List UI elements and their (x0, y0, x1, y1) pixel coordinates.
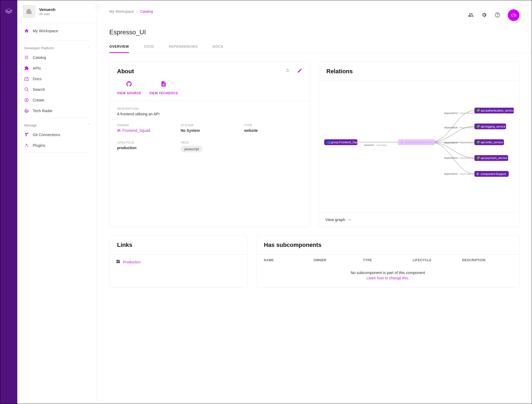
tab-cicd[interactable]: CI/CD (144, 41, 154, 53)
app-logo-icon (5, 8, 13, 16)
group-icon (117, 128, 121, 133)
user-avatar[interactable]: CS (508, 9, 519, 21)
sidebar-item-my-workspace[interactable]: My Workspace (17, 26, 97, 36)
org-avatar-icon (23, 5, 35, 18)
chevron-up-icon: ˄ (88, 124, 90, 127)
app-rail (0, 0, 17, 404)
sidebar-item-catalog[interactable]: Catalog (17, 52, 97, 63)
lifecycle-label: LIFECYCLE (117, 141, 175, 144)
plus-circle-icon (24, 98, 29, 103)
svg-text:api:order_service: api:order_service (481, 141, 503, 144)
sidebar-item-label: Create (33, 98, 44, 102)
svg-text:api:payment_service: api:payment_service (481, 156, 507, 160)
settings-icon[interactable] (481, 12, 487, 19)
svg-text:dependsOn / dependencyOf: dependsOn / dependencyOf (444, 172, 477, 175)
sidebar-item-label: APIs (33, 66, 41, 70)
docs-icon (24, 76, 29, 81)
git-icon (24, 132, 29, 137)
description-value: A frontend utilising an API (117, 112, 302, 116)
arrow-right-icon: → (347, 217, 351, 222)
svg-text:api:authentication_service: api:authentication_service (481, 109, 514, 112)
relations-node-main: ⚙ component:Espresso_UI (398, 139, 436, 145)
breadcrumb-root[interactable]: My Workspace (109, 9, 134, 14)
sidebar-item-apis[interactable]: APIs (17, 63, 97, 74)
subcomponents-card: Has subcomponents NAME OWNER TYPE LIFECY… (256, 235, 519, 287)
tab-dependencies[interactable]: DEPENDENCIES (169, 41, 198, 53)
people-icon[interactable] (468, 12, 474, 19)
edit-icon[interactable] (297, 68, 302, 75)
radar-icon (24, 108, 29, 113)
tags-label: TAGS (181, 141, 239, 144)
sidebar-item-search[interactable]: Search (17, 84, 97, 95)
sidebar-item-git-connections[interactable]: Git Connections (17, 129, 97, 140)
svg-point-0 (25, 56, 26, 57)
subcomponents-learn-link[interactable]: Learn how to change this. (256, 276, 519, 280)
tag-pill[interactable]: javascript (181, 146, 203, 152)
search-icon (24, 87, 29, 92)
chevron-up-icon: ˄ (88, 46, 90, 50)
main-content: My Workspace | Catalog CS Espresso_UI OV… (97, 0, 532, 404)
relations-card: Relations ownerOf / ownedBy (319, 62, 519, 227)
sparkle-icon (24, 143, 29, 148)
subcomponents-columns: NAME OWNER TYPE LIFECYCLE DESCRIPTION (256, 254, 519, 266)
tab-overview[interactable]: OVERVIEW (109, 41, 129, 53)
help-icon[interactable] (494, 12, 500, 19)
puzzle-icon (24, 66, 29, 71)
sidebar-item-docs[interactable]: Docs (17, 74, 97, 84)
svg-point-1 (25, 57, 26, 58)
description-label: DESCRIPTION (117, 107, 302, 110)
svg-text:dependsOn / dependencyOf: dependsOn / dependencyOf (444, 156, 477, 159)
svg-text:component:Espresso_UI: component:Espresso_UI (404, 141, 436, 144)
page-title: Espresso_UI (97, 21, 532, 41)
dashboard-icon (116, 259, 120, 264)
sidebar-item-label: My Workspace (33, 29, 58, 33)
svg-text:dependsOn / dependencyOf: dependsOn / dependencyOf (444, 126, 477, 129)
relations-title: Relations (326, 68, 353, 75)
view-source-button[interactable]: VIEW SOURCE (117, 81, 141, 96)
relations-node-dep: 🧩 api:logging_service (475, 124, 506, 129)
system-label: SYSTEM (181, 124, 239, 127)
org-subtitle: 45 user (39, 12, 56, 16)
about-card: About VIEW SOURCE VIEW TE (109, 62, 310, 227)
view-techdocs-button[interactable]: VIEW TECHDOCS (149, 81, 178, 96)
relations-node-dep: ⚙ component:Support (475, 171, 509, 177)
org-name: Venuesh (39, 7, 56, 12)
sidebar-item-label: Tech Radar (33, 109, 52, 113)
sidebar-section-developer-platform[interactable]: Developer Platform ˄ (17, 42, 97, 52)
svg-text:component:Support: component:Support (481, 172, 506, 176)
system-value: No System (181, 128, 239, 133)
sidebar-item-create[interactable]: Create (17, 95, 97, 105)
relations-node-dep: 🧩 api:payment_service (475, 155, 508, 161)
svg-text:dependsOn / dependencyOf: dependsOn / dependencyOf (444, 112, 477, 115)
link-item-production[interactable]: Production (116, 259, 241, 264)
org-header: Venuesh 45 user (17, 0, 97, 23)
breadcrumb-current[interactable]: Catalog (140, 9, 153, 14)
catalog-icon (24, 55, 29, 60)
type-label: TYPE (244, 124, 302, 127)
sidebar-collapse-button[interactable]: ‹ (94, 4, 99, 9)
sidebar-item-label: Docs (33, 77, 41, 81)
sidebar-section-manage[interactable]: Manage ˄ (17, 120, 97, 129)
sidebar-item-tech-radar[interactable]: Tech Radar (17, 105, 97, 116)
tabs: OVERVIEW CI/CD DEPENDENCIES DOCS (97, 41, 532, 53)
sidebar-item-label: Catalog (33, 55, 46, 60)
subcomponents-empty-message: No subcomponent is part of this componen… (256, 271, 519, 275)
svg-text:api:logging_service: api:logging_service (481, 125, 505, 128)
sidebar-item-plugins[interactable]: Plugins (17, 140, 97, 151)
view-graph-link[interactable]: View graph → (319, 212, 519, 227)
refresh-icon[interactable] (285, 68, 290, 75)
file-icon (160, 81, 167, 89)
svg-text:🧩: 🧩 (476, 109, 480, 112)
relations-graph[interactable]: ownerOf / ownedBy dependsOn / dependency… (319, 81, 519, 203)
links-card: Links Production (109, 235, 248, 287)
owner-link[interactable]: Frontend_Squad (117, 128, 150, 133)
about-title: About (117, 68, 134, 75)
relations-node-owner: 👥 group:Frontend_Squad (324, 139, 361, 145)
svg-text:ownerOf / ownedBy: ownerOf / ownedBy (364, 144, 386, 146)
tab-docs[interactable]: DOCS (213, 41, 223, 53)
sidebar-item-label: Git Connections (33, 133, 60, 137)
svg-text:group:Frontend_Squad: group:Frontend_Squad (331, 141, 361, 144)
owner-label: OWNER (117, 124, 175, 127)
sidebar-item-label: Plugins (33, 143, 45, 148)
github-icon (126, 81, 132, 89)
